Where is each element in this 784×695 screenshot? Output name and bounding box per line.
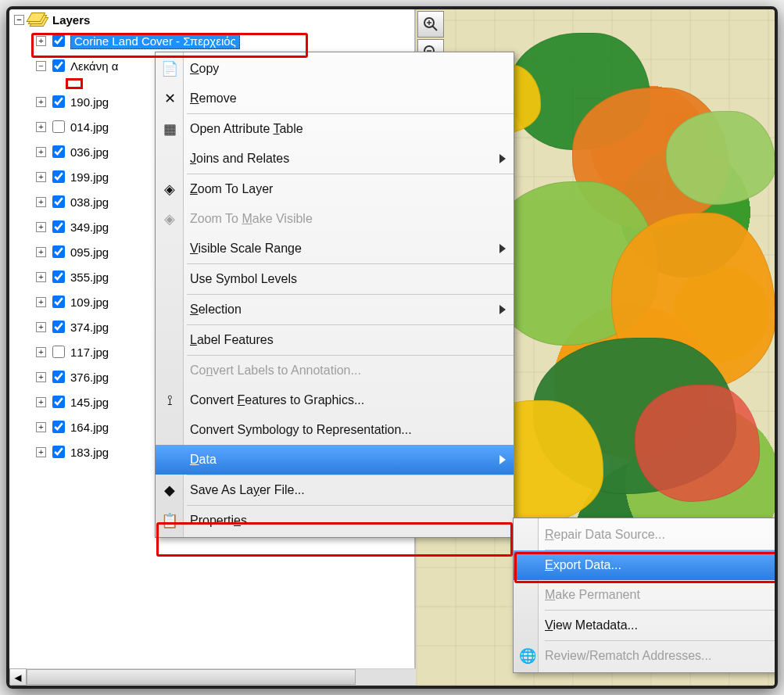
expand-icon[interactable]: +: [36, 147, 46, 157]
menu-use-symbol-levels[interactable]: Use Symbol Levels: [156, 264, 514, 294]
layer-checkbox[interactable]: [52, 59, 65, 72]
layers-header: − Layers: [14, 11, 410, 28]
menu-label-features[interactable]: Label Features: [156, 325, 514, 355]
layer-label: 109.jpg: [70, 296, 109, 309]
layer-checkbox[interactable]: [52, 170, 65, 183]
remove-icon: ✕: [160, 89, 179, 108]
zoom-visible-icon: ◈: [160, 210, 179, 228]
toc-scrollbar[interactable]: ◄ ►: [9, 668, 416, 686]
layer-symbol-outline: [66, 78, 83, 89]
layer-checkbox[interactable]: [52, 296, 65, 308]
expand-icon[interactable]: +: [36, 397, 46, 407]
submenu-view-metadata[interactable]: View Metadata...: [514, 611, 778, 640]
layer-checkbox[interactable]: [52, 95, 65, 108]
layer-checkbox[interactable]: [52, 346, 65, 358]
scroll-track[interactable]: [27, 668, 416, 686]
menu-selection[interactable]: Selection: [156, 295, 514, 324]
menu-joins-relates[interactable]: Joins and Relates: [156, 144, 514, 174]
layers-title: Layers: [52, 13, 90, 27]
menu-properties[interactable]: 📋 Properties...: [156, 506, 514, 536]
layer-label: 145.jpg: [70, 396, 109, 409]
save-layer-icon: ◆: [160, 481, 179, 500]
layer-checkbox[interactable]: [52, 270, 65, 283]
layer-row-selected[interactable]: + Corine Land Cover - Σπερχειός: [33, 28, 410, 53]
layer-label: 199.jpg: [70, 170, 109, 184]
expand-icon[interactable]: +: [36, 36, 46, 46]
expand-icon[interactable]: +: [36, 247, 46, 257]
expand-icon[interactable]: +: [36, 122, 46, 132]
menu-zoom-to-layer[interactable]: ◈ Zoom To Layer: [156, 174, 514, 204]
copy-icon: 📄: [160, 59, 179, 78]
layer-checkbox[interactable]: [52, 321, 65, 333]
submenu-arrow-icon: [499, 154, 506, 163]
layer-label: 014.jpg: [70, 120, 109, 134]
svg-line-1: [432, 26, 437, 30]
layer-label: 095.jpg: [70, 245, 109, 259]
layer-label: 349.jpg: [70, 220, 109, 234]
convert-features-icon: ⟟: [160, 391, 179, 410]
submenu-arrow-icon: [499, 455, 506, 464]
layer-checkbox[interactable]: [52, 446, 65, 458]
layer-label: 376.jpg: [70, 371, 109, 384]
menu-visible-scale-range[interactable]: Visible Scale Range: [156, 234, 514, 263]
menu-data[interactable]: Data: [156, 445, 514, 475]
scroll-left-icon[interactable]: ◄: [9, 668, 27, 686]
menu-open-attribute-table[interactable]: ▦ Open Attribute Table: [156, 114, 514, 144]
collapse-icon[interactable]: −: [14, 15, 24, 25]
menu-copy[interactable]: 📄 Copy: [156, 54, 514, 84]
submenu-make-permanent: Make Permanent: [514, 580, 778, 610]
expand-icon[interactable]: +: [36, 272, 46, 282]
expand-icon[interactable]: +: [36, 422, 46, 432]
layer-checkbox[interactable]: [52, 396, 65, 408]
submenu-repair-data-source: Repair Data Source...: [514, 520, 778, 550]
expand-icon[interactable]: +: [36, 222, 46, 232]
expand-icon[interactable]: +: [36, 372, 46, 382]
expand-icon[interactable]: +: [36, 322, 46, 332]
menu-convert-labels: Convert Labels to Annotation...: [156, 356, 514, 385]
layer-label: 038.jpg: [70, 195, 109, 209]
layer-checkbox[interactable]: [52, 421, 65, 433]
layer-checkbox[interactable]: [52, 371, 65, 383]
properties-icon: 📋: [160, 511, 179, 530]
layers-icon: [29, 13, 48, 27]
menu-convert-features[interactable]: ⟟ Convert Features to Graphics...: [156, 385, 514, 415]
menu-remove[interactable]: ✕ Remove: [156, 84, 514, 113]
layer-context-menu: 📄 Copy ✕ Remove ▦ Open Attribute Table J…: [155, 52, 514, 538]
expand-icon[interactable]: +: [36, 297, 46, 307]
layer-label: 374.jpg: [70, 321, 109, 334]
submenu-arrow-icon: [499, 305, 506, 314]
layer-checkbox[interactable]: [52, 220, 65, 233]
expand-icon[interactable]: +: [36, 347, 46, 357]
collapse-icon[interactable]: −: [36, 61, 46, 71]
table-icon: ▦: [160, 120, 179, 138]
layer-checkbox[interactable]: [52, 245, 65, 258]
layer-label: Λεκάνη α: [70, 59, 118, 73]
zoom-layer-icon: ◈: [160, 180, 179, 199]
layer-checkbox[interactable]: [52, 34, 65, 47]
layer-label: 117.jpg: [70, 346, 109, 359]
data-submenu: Repair Data Source... Export Data... Mak…: [513, 518, 778, 673]
globe-icon: 🌐: [518, 647, 537, 665]
submenu-export-data[interactable]: Export Data...: [514, 550, 778, 580]
layer-label: 183.jpg: [70, 446, 109, 459]
layer-label: 355.jpg: [70, 270, 109, 284]
expand-icon[interactable]: +: [36, 172, 46, 182]
layer-label: 036.jpg: [70, 145, 109, 159]
expand-icon[interactable]: +: [36, 197, 46, 207]
scroll-thumb[interactable]: [27, 669, 356, 685]
submenu-review-rematch: 🌐 Review/Rematch Addresses...: [514, 641, 778, 671]
expand-icon[interactable]: +: [36, 447, 46, 457]
layer-checkbox[interactable]: [52, 145, 65, 158]
expand-icon[interactable]: +: [36, 97, 46, 107]
menu-convert-symbology[interactable]: Convert Symbology to Representation...: [156, 415, 514, 445]
zoom-in-button[interactable]: [417, 11, 444, 38]
layer-checkbox[interactable]: [52, 195, 65, 208]
menu-zoom-make-visible: ◈ Zoom To Make Visible: [156, 204, 514, 234]
menu-save-layer-file[interactable]: ◆ Save As Layer File...: [156, 475, 514, 505]
layer-checkbox[interactable]: [52, 120, 65, 133]
layer-label: 164.jpg: [70, 421, 109, 434]
layer-label: 190.jpg: [70, 95, 109, 109]
layer-label-selected: Corine Land Cover - Σπερχειός: [70, 33, 240, 49]
submenu-arrow-icon: [499, 244, 506, 253]
